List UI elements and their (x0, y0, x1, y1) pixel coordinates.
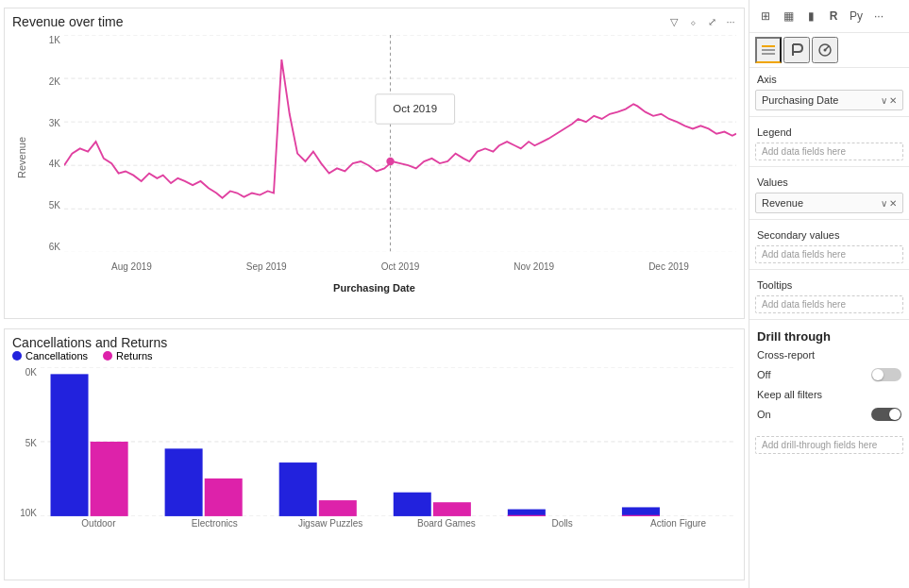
keep-filters-toggle[interactable] (871, 408, 901, 421)
format-icon[interactable] (783, 37, 810, 63)
axis-section-label: Axis (749, 68, 909, 88)
y-tick: 4K (31, 159, 64, 169)
x-tick: Oct 2019 (381, 261, 420, 272)
secondary-values-add-field[interactable]: Add data fields here (755, 245, 903, 263)
svg-rect-15 (165, 448, 203, 516)
revenue-chart: Revenue over time ▽ ⬦ ⤢ ··· Revenue 6K 5… (4, 8, 745, 319)
bar-chart: Cancellations and Returns Cancellations … (4, 328, 745, 580)
grid-icon[interactable]: ⊞ (755, 6, 776, 26)
values-field-box[interactable]: Revenue ∨ ✕ (755, 193, 903, 213)
chart-inner: 6K 5K 4K 3K 2K 1K (31, 35, 736, 280)
legend-label-cancellations: Cancellations (25, 350, 88, 361)
y-tick: 6K (31, 242, 64, 252)
y-tick: 2K (31, 76, 64, 87)
keep-filters-state: On (757, 409, 771, 420)
axis-remove-icon[interactable]: ✕ (889, 95, 897, 106)
axis-field-controls: ∨ ✕ (881, 95, 897, 106)
axis-field-box[interactable]: Purchasing Date ∨ ✕ (755, 90, 903, 110)
bar-y-ticks: 10K 5K 0K (12, 367, 41, 537)
x-axis-label: Purchasing Date (12, 282, 736, 294)
drill-through-section: Drill through Cross-report Off Keep all … (749, 324, 909, 434)
bar-chart-title: Cancellations and Returns (12, 335, 167, 350)
x-tick: Nov 2019 (513, 261, 554, 272)
svg-rect-17 (279, 462, 317, 516)
bar-x-label: Electronics (157, 518, 273, 537)
cross-report-label: Cross-report (757, 349, 815, 361)
legend-returns: Returns (103, 350, 153, 361)
bar-x-label: Dolls (504, 518, 620, 537)
cross-report-row: Cross-report (757, 349, 901, 361)
svg-rect-27 (762, 53, 775, 55)
bar-x-label: Jigsaw Puzzles (273, 518, 389, 537)
expand-icon[interactable]: ⤢ (704, 14, 719, 29)
y-tick: 5K (31, 200, 64, 210)
svg-rect-20 (433, 502, 471, 516)
bar-x-label: Action Figure (620, 518, 736, 537)
legend-section-label: Legend (749, 121, 909, 141)
revenue-svg: Oct 2019 (64, 35, 736, 252)
drill-through-title: Drill through (757, 329, 901, 344)
values-remove-icon[interactable]: ✕ (889, 198, 897, 209)
tooltips-section-label: Tooltips (749, 274, 909, 294)
x-tick: Aug 2019 (111, 261, 152, 272)
bar-x-label: Board Games (388, 518, 504, 537)
y-ticks: 6K 5K 4K 3K 2K 1K (31, 35, 64, 252)
legend-dot-returns (103, 351, 112, 361)
bar-x-axis: Outdoor Electronics Jigsaw Puzzles Board… (41, 518, 736, 537)
filter-icon[interactable]: ▽ (666, 14, 682, 29)
cross-report-thumb (872, 369, 884, 380)
axis-field-text: Purchasing Date (762, 94, 838, 106)
bar-x-label: Outdoor (41, 518, 157, 537)
py-icon[interactable]: Py (846, 6, 867, 26)
axis-expand-icon[interactable]: ∨ (881, 95, 887, 106)
x-tick: Sep 2019 (246, 261, 287, 272)
values-field-text: Revenue (762, 197, 803, 209)
values-section-label: Values (749, 171, 909, 191)
r-icon[interactable]: R (823, 6, 844, 26)
svg-text:Oct 2019: Oct 2019 (393, 103, 437, 114)
table-icon[interactable]: ▦ (778, 6, 799, 26)
cross-report-toggle[interactable] (871, 368, 901, 381)
values-expand-icon[interactable]: ∨ (881, 198, 887, 209)
revenue-chart-title: Revenue over time (12, 14, 124, 29)
keep-filters-label-row: Keep all filters (757, 389, 901, 400)
y-tick: 1K (31, 35, 64, 45)
svg-point-7 (386, 158, 394, 165)
highlight-icon[interactable]: ⬦ (685, 14, 700, 29)
keep-filters-label: Keep all filters (757, 389, 822, 400)
values-field-controls: ∨ ✕ (881, 198, 897, 209)
svg-rect-14 (91, 442, 128, 516)
revenue-chart-area: Revenue 6K 5K 4K 3K 2K 1K (12, 35, 736, 280)
chart-toolbar: ▽ ⬦ ⤢ ··· (666, 14, 738, 29)
cross-report-state: Off (757, 369, 770, 380)
analytics-icon[interactable] (812, 37, 838, 63)
y-tick: 3K (31, 118, 64, 128)
svg-rect-19 (394, 493, 431, 516)
legend-add-field[interactable]: Add data fields here (755, 143, 903, 160)
keep-filters-toggle-row: On (757, 408, 901, 421)
svg-rect-21 (508, 510, 546, 516)
y-axis-label: Revenue (12, 35, 31, 280)
right-panel: ⊞ ▦ ▮ R Py ··· Axis Purchasing Date ∨ ✕ … (749, 0, 909, 588)
bar-y-tick: 0K (12, 367, 41, 378)
svg-rect-16 (205, 479, 243, 516)
panel-toolbar-row2 (749, 33, 909, 68)
tooltips-add-field[interactable]: Add data fields here (755, 295, 903, 313)
keep-filters-thumb (889, 409, 901, 420)
more-icon[interactable]: ··· (723, 14, 738, 29)
bar-chart-icon[interactable]: ▮ (800, 6, 821, 26)
x-axis: Aug 2019 Sep 2019 Oct 2019 Nov 2019 Dec … (64, 252, 736, 280)
panel-toolbar-row1: ⊞ ▦ ▮ R Py ··· (749, 6, 909, 33)
more-visuals-icon[interactable]: ··· (868, 6, 889, 26)
bar-y-tick: 10K (12, 508, 41, 518)
fields-icon[interactable] (755, 37, 782, 63)
drill-add-field[interactable]: Add drill-through fields here (755, 436, 903, 454)
bar-y-tick: 5K (12, 438, 41, 448)
x-tick: Dec 2019 (648, 261, 689, 272)
legend-cancellations: Cancellations (12, 350, 88, 361)
legend-label-returns: Returns (116, 350, 153, 361)
svg-rect-26 (762, 49, 775, 51)
legend-dot-cancellations (12, 351, 22, 361)
svg-point-29 (824, 49, 827, 52)
bar-svg (41, 367, 736, 516)
